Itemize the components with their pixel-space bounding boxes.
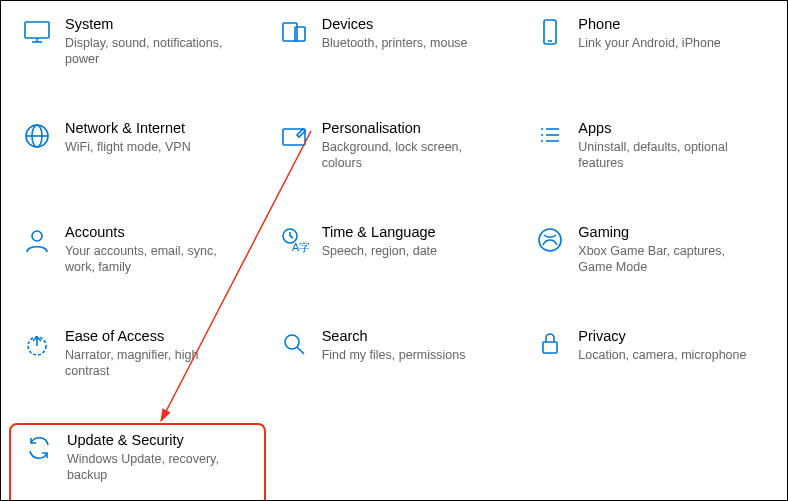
tile-personalisation[interactable]: Personalisation Background, lock screen,… <box>266 113 523 205</box>
tile-title: Apps <box>578 119 748 137</box>
svg-line-26 <box>297 347 304 354</box>
svg-rect-0 <box>25 22 49 38</box>
svg-rect-27 <box>543 342 557 353</box>
tile-system[interactable]: System Display, sound, notifications, po… <box>9 9 266 101</box>
settings-grid: System Display, sound, notifications, po… <box>1 1 787 501</box>
apps-icon <box>530 121 570 151</box>
tile-title: Gaming <box>578 223 748 241</box>
tile-accounts[interactable]: Accounts Your accounts, email, sync, wor… <box>9 217 266 309</box>
tile-title: Devices <box>322 15 468 33</box>
tile-desc: Xbox Game Bar, captures, Game Mode <box>578 243 748 275</box>
svg-text:A字: A字 <box>292 241 309 253</box>
tile-desc: Location, camera, microphone <box>578 347 746 363</box>
time-language-icon: A字 <box>274 225 314 255</box>
tile-title: Update & Security <box>67 431 237 449</box>
search-icon <box>274 329 314 359</box>
tile-title: Network & Internet <box>65 119 191 137</box>
tile-desc: Your accounts, email, sync, work, family <box>65 243 235 275</box>
tile-desc: Find my files, permissions <box>322 347 466 363</box>
tile-desc: Speech, region, date <box>322 243 437 259</box>
tile-desc: Uninstall, defaults, optional features <box>578 139 748 171</box>
tile-phone[interactable]: Phone Link your Android, iPhone <box>522 9 779 101</box>
tile-update-security[interactable]: Update & Security Windows Update, recove… <box>9 423 266 501</box>
tile-gaming[interactable]: Gaming Xbox Game Bar, captures, Game Mod… <box>522 217 779 309</box>
tile-network[interactable]: Network & Internet WiFi, flight mode, VP… <box>9 113 266 205</box>
svg-point-17 <box>32 231 42 241</box>
tile-desc: Link your Android, iPhone <box>578 35 720 51</box>
system-icon <box>17 17 57 47</box>
network-icon <box>17 121 57 151</box>
tile-privacy[interactable]: Privacy Location, camera, microphone <box>522 321 779 413</box>
svg-line-20 <box>290 236 293 238</box>
tile-desc: Bluetooth, printers, mouse <box>322 35 468 51</box>
svg-point-25 <box>285 335 299 349</box>
tile-desc: Narrator, magnifier, high contrast <box>65 347 235 379</box>
gaming-icon <box>530 225 570 255</box>
ease-of-access-icon <box>17 329 57 359</box>
tile-ease-of-access[interactable]: Ease of Access Narrator, magnifier, high… <box>9 321 266 413</box>
update-security-icon <box>19 433 59 463</box>
tile-title: System <box>65 15 235 33</box>
privacy-icon <box>530 329 570 359</box>
tile-search[interactable]: Search Find my files, permissions <box>266 321 523 413</box>
tile-desc: Background, lock screen, colours <box>322 139 492 171</box>
phone-icon <box>530 17 570 47</box>
tile-desc: Windows Update, recovery, backup <box>67 451 237 483</box>
tile-desc: WiFi, flight mode, VPN <box>65 139 191 155</box>
tile-title: Search <box>322 327 466 345</box>
devices-icon <box>274 17 314 47</box>
tile-apps[interactable]: Apps Uninstall, defaults, optional featu… <box>522 113 779 205</box>
tile-title: Accounts <box>65 223 235 241</box>
tile-title: Ease of Access <box>65 327 235 345</box>
tile-title: Privacy <box>578 327 746 345</box>
tile-title: Time & Language <box>322 223 437 241</box>
tile-title: Phone <box>578 15 720 33</box>
tile-title: Personalisation <box>322 119 492 137</box>
tile-devices[interactable]: Devices Bluetooth, printers, mouse <box>266 9 523 101</box>
accounts-icon <box>17 225 57 255</box>
tile-desc: Display, sound, notifications, power <box>65 35 235 67</box>
tile-time-language[interactable]: A字 Time & Language Speech, region, date <box>266 217 523 309</box>
personalisation-icon <box>274 121 314 151</box>
